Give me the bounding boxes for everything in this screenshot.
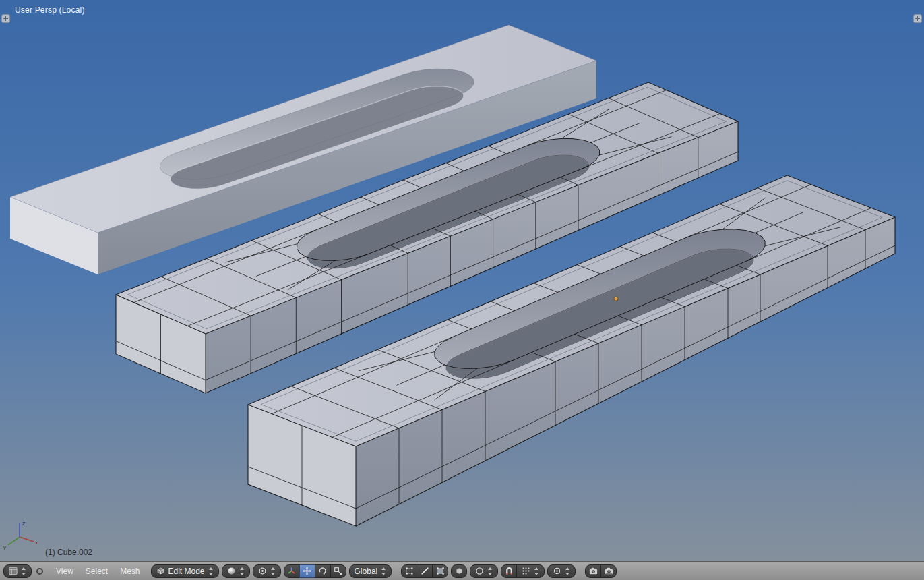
- orientation-selector[interactable]: Global: [349, 564, 392, 578]
- axis-x-label: x: [35, 540, 38, 546]
- snap-element-selector[interactable]: [516, 564, 545, 578]
- axis-gizmo: z x y: [2, 517, 40, 552]
- opengl-render-group: [585, 564, 617, 578]
- updown-arrows-icon: [21, 567, 26, 575]
- pin-circle-icon[interactable]: [36, 568, 43, 575]
- proportional-editing-selector[interactable]: [470, 564, 498, 578]
- orientation-label: Global: [355, 567, 378, 576]
- snap-magnet-button[interactable]: [501, 564, 517, 578]
- area-corner-right[interactable]: [913, 14, 922, 23]
- translate-manipulator-icon: [303, 567, 311, 575]
- updown-arrows-icon: [208, 567, 214, 575]
- face-select-icon: [436, 567, 445, 575]
- updown-arrows-icon: [534, 567, 539, 575]
- view-label: User Persp (Local): [15, 5, 85, 15]
- menu-view[interactable]: View: [51, 565, 79, 577]
- rotate-manipulator-icon: [318, 567, 327, 575]
- area-corner-left[interactable]: [1, 14, 10, 23]
- object-origin-dot: [614, 297, 618, 301]
- updown-arrows-icon: [270, 567, 276, 575]
- vertex-select-icon: [405, 567, 414, 575]
- axis-y-line: [8, 537, 20, 545]
- opengl-render-icon: [589, 567, 598, 575]
- snap-magnet-icon: [505, 567, 514, 575]
- axis-z-label: z: [22, 520, 26, 527]
- snap-group: [501, 564, 545, 578]
- editor-3d-viewport-icon: [9, 567, 18, 575]
- occlude-geometry-icon: [455, 567, 464, 575]
- blender-window: User Persp (Local) z x y (1) Cube.002 Vi…: [0, 0, 924, 580]
- opengl-render-button[interactable]: [585, 564, 601, 578]
- vertex-select-button[interactable]: [401, 564, 417, 578]
- viewport-header: View Select Mesh Edit Mode: [0, 561, 924, 580]
- snap-target-selector[interactable]: [547, 564, 576, 578]
- opengl-render-animation-icon: [605, 567, 613, 575]
- manipulator-rotate-button[interactable]: [315, 564, 331, 578]
- axis-y-label: y: [3, 544, 6, 550]
- manipulator-scale-button[interactable]: [330, 564, 346, 578]
- menu-mesh[interactable]: Mesh: [115, 565, 145, 577]
- snap-target-icon: [553, 567, 561, 575]
- viewport-shading-selector[interactable]: [222, 564, 250, 578]
- select-mode-group: [401, 564, 448, 578]
- pivot-point-icon: [258, 567, 267, 575]
- manipulator-translate-button[interactable]: [299, 564, 315, 578]
- manipulator-group: [284, 564, 346, 578]
- edge-select-button[interactable]: [417, 564, 433, 578]
- viewport-3d[interactable]: User Persp (Local) z x y (1) Cube.002: [0, 0, 924, 561]
- menu-select[interactable]: Select: [80, 565, 113, 577]
- snap-increment-icon: [522, 567, 530, 575]
- opengl-render-animation-button[interactable]: [600, 564, 617, 578]
- pivot-point-selector[interactable]: [253, 564, 281, 578]
- updown-arrows-icon: [381, 567, 386, 575]
- scale-manipulator-icon: [334, 567, 342, 575]
- updown-arrows-icon: [565, 567, 570, 575]
- cube-icon: [156, 567, 165, 575]
- face-select-button[interactable]: [432, 564, 448, 578]
- proportional-editing-icon: [475, 567, 484, 575]
- manipulator-toggle-button[interactable]: [284, 564, 300, 578]
- viewport-shading-sphere-icon: [227, 567, 236, 575]
- viewport-scene[interactable]: [0, 0, 924, 561]
- axis-tripod-icon: [287, 567, 296, 575]
- mode-selector-label: Edit Mode: [168, 567, 205, 576]
- updown-arrows-icon: [487, 567, 493, 575]
- editor-type-selector[interactable]: [3, 564, 32, 578]
- object-info: (1) Cube.002: [45, 548, 92, 557]
- edge-select-icon: [421, 567, 429, 575]
- mode-selector[interactable]: Edit Mode: [151, 564, 219, 578]
- axis-x-line: [20, 537, 34, 542]
- header-menus: View Select Mesh: [51, 565, 146, 577]
- occlude-geometry-button[interactable]: [451, 564, 467, 578]
- updown-arrows-icon: [239, 567, 245, 575]
